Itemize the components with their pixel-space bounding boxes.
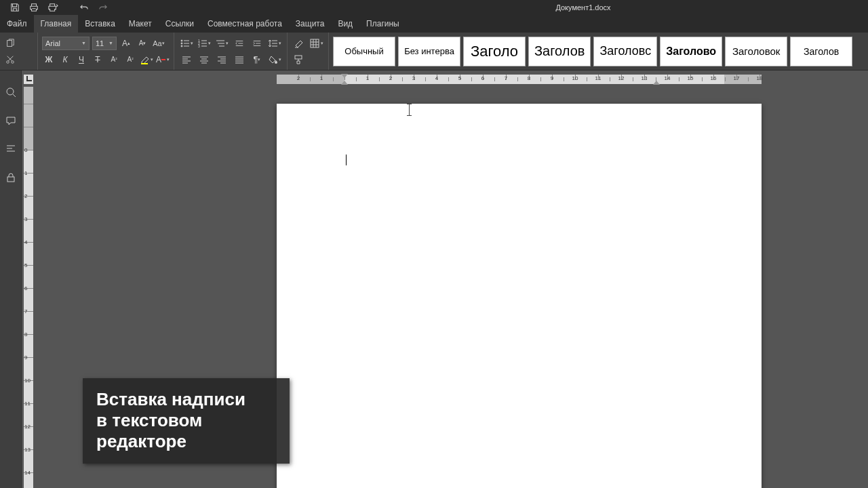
style-box-1[interactable]: Без интерва bbox=[398, 37, 460, 66]
italic-icon[interactable]: К bbox=[58, 53, 72, 66]
line-spacing-icon[interactable]: ▾ bbox=[267, 37, 283, 50]
menu-tab-3[interactable]: Макет bbox=[122, 15, 159, 33]
highlight-icon[interactable]: ▾ bbox=[140, 53, 153, 66]
caption-line2: в текстовом bbox=[96, 410, 276, 431]
shrink-font-icon[interactable]: A▾ bbox=[136, 37, 149, 50]
save-icon[interactable] bbox=[5, 1, 24, 14]
mouse-ibeam-icon bbox=[409, 104, 410, 116]
svg-text:3: 3 bbox=[198, 44, 200, 48]
underline-icon[interactable]: Ч bbox=[75, 53, 88, 66]
font-size-select[interactable]: 11▼ bbox=[92, 37, 117, 50]
font-size-value: 11 bbox=[96, 39, 104, 47]
vertical-ruler[interactable]: 01234567891011121314151617181920 bbox=[24, 87, 33, 488]
style-label: Заголов bbox=[534, 43, 585, 59]
styles-gallery: ОбычныйБез интерваЗаголоЗаголовЗаголовсЗ… bbox=[329, 33, 852, 70]
document-title: Документ1.docx bbox=[555, 3, 610, 12]
horizontal-ruler[interactable]: 21123456789101112131415161718 bbox=[277, 75, 762, 84]
headings-icon[interactable] bbox=[3, 141, 19, 157]
strikethrough-icon[interactable]: Т bbox=[91, 53, 104, 66]
insert-table-icon[interactable]: ▾ bbox=[309, 37, 324, 50]
menu-tab-0[interactable]: Файл bbox=[0, 15, 34, 33]
style-box-5[interactable]: Заголово bbox=[660, 37, 722, 66]
svg-rect-16 bbox=[7, 177, 14, 182]
superscript-icon[interactable]: A² bbox=[107, 53, 121, 66]
bullet-list-icon[interactable]: ▾ bbox=[178, 37, 195, 50]
menu-tab-7[interactable]: Вид bbox=[331, 15, 359, 33]
svg-point-7 bbox=[181, 40, 182, 41]
style-box-6[interactable]: Заголовок bbox=[725, 37, 787, 66]
svg-rect-0 bbox=[7, 41, 12, 47]
menu-tab-2[interactable]: Вставка bbox=[78, 15, 122, 33]
style-label: Заголовс bbox=[599, 44, 651, 58]
font-color-icon[interactable]: A▾ bbox=[156, 53, 170, 66]
overlay-caption: Вставка надписи в текстовом редакторе bbox=[83, 378, 290, 464]
copy-icon[interactable] bbox=[3, 37, 18, 50]
style-label: Заголовок bbox=[732, 45, 781, 57]
style-label: Заголово bbox=[666, 45, 716, 58]
subscript-icon[interactable]: A² bbox=[123, 53, 137, 66]
style-label: Заголов bbox=[804, 46, 839, 57]
menu-tab-5[interactable]: Совместная работа bbox=[201, 15, 289, 33]
text-cursor bbox=[346, 155, 347, 165]
cut-icon[interactable] bbox=[3, 53, 18, 66]
svg-rect-13 bbox=[311, 39, 319, 47]
number-list-icon[interactable]: 123▾ bbox=[196, 37, 212, 50]
caption-line3: редакторе bbox=[96, 431, 276, 452]
align-left-icon[interactable] bbox=[178, 53, 195, 66]
bold-icon[interactable]: Ж bbox=[42, 53, 56, 66]
align-center-icon[interactable] bbox=[196, 53, 212, 66]
search-icon[interactable] bbox=[3, 84, 19, 100]
menu-tab-6[interactable]: Защита bbox=[289, 15, 332, 33]
redo-icon[interactable] bbox=[94, 1, 113, 14]
quick-print-icon[interactable] bbox=[43, 1, 62, 14]
svg-point-8 bbox=[181, 43, 182, 44]
style-box-4[interactable]: Заголовс bbox=[593, 37, 657, 66]
style-box-3[interactable]: Заголов bbox=[528, 37, 591, 66]
comments-icon[interactable] bbox=[3, 113, 19, 129]
caption-line1: Вставка надписи bbox=[96, 389, 276, 410]
font-name-value: Arial bbox=[45, 39, 60, 47]
style-box-2[interactable]: Заголо bbox=[463, 37, 526, 66]
print-icon[interactable] bbox=[24, 1, 43, 14]
indent-increase-icon[interactable] bbox=[249, 37, 265, 50]
indent-decrease-icon[interactable] bbox=[231, 37, 248, 50]
svg-point-15 bbox=[7, 88, 14, 95]
multilevel-list-icon[interactable]: ▾ bbox=[214, 37, 230, 50]
menu-tab-4[interactable]: Ссылки bbox=[159, 15, 201, 33]
change-case-icon[interactable]: Aa▾ bbox=[152, 37, 165, 50]
paragraph-mark-icon[interactable]: ¶▾ bbox=[249, 53, 265, 66]
svg-point-2 bbox=[12, 61, 14, 64]
style-box-0[interactable]: Обычный bbox=[333, 37, 395, 66]
format-painter-icon[interactable] bbox=[292, 53, 307, 66]
clear-format-icon[interactable] bbox=[292, 37, 307, 50]
menu-tab-1[interactable]: Главная bbox=[34, 15, 79, 33]
svg-rect-14 bbox=[295, 56, 302, 59]
shading-icon[interactable]: ▾ bbox=[267, 53, 283, 66]
svg-point-9 bbox=[181, 45, 182, 47]
style-box-7[interactable]: Заголов bbox=[790, 37, 852, 66]
align-right-icon[interactable] bbox=[214, 53, 230, 66]
grow-font-icon[interactable]: A▴ bbox=[119, 37, 133, 50]
font-name-select[interactable]: Arial▼ bbox=[42, 37, 90, 50]
align-justify-icon[interactable] bbox=[231, 53, 248, 66]
document-page[interactable] bbox=[277, 104, 762, 488]
style-label: Заголо bbox=[471, 43, 518, 60]
lock-icon[interactable] bbox=[3, 169, 19, 186]
style-label: Без интерва bbox=[404, 46, 454, 56]
svg-point-1 bbox=[7, 61, 9, 64]
ruler-corner[interactable] bbox=[24, 75, 33, 84]
menu-tab-8[interactable]: Плагины bbox=[359, 15, 406, 33]
menu-bar: ФайлГлавнаяВставкаМакетСсылкиСовместная … bbox=[0, 15, 868, 33]
undo-icon[interactable] bbox=[75, 1, 94, 14]
style-label: Обычный bbox=[344, 46, 383, 56]
svg-rect-6 bbox=[141, 63, 148, 64]
